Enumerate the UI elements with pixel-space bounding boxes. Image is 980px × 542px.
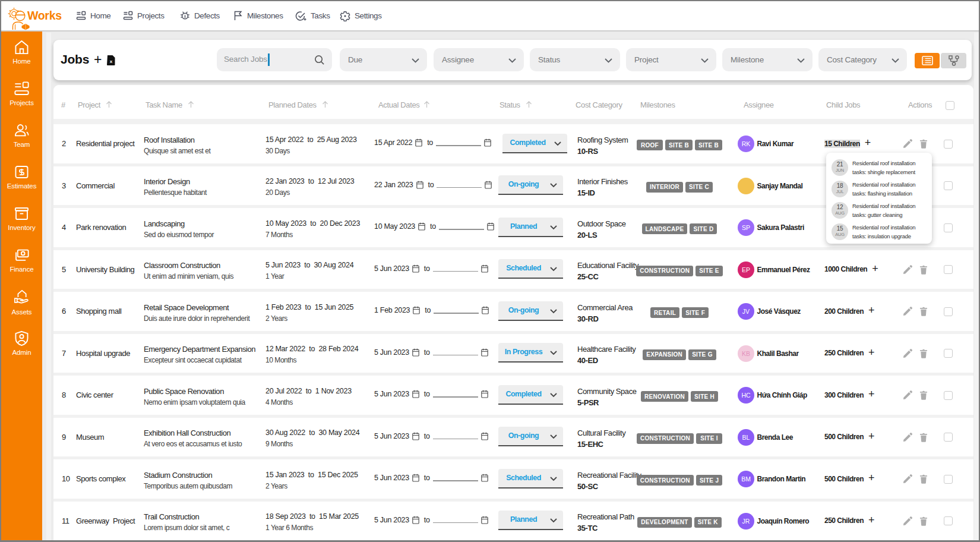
svg-text:x: x (110, 59, 113, 64)
